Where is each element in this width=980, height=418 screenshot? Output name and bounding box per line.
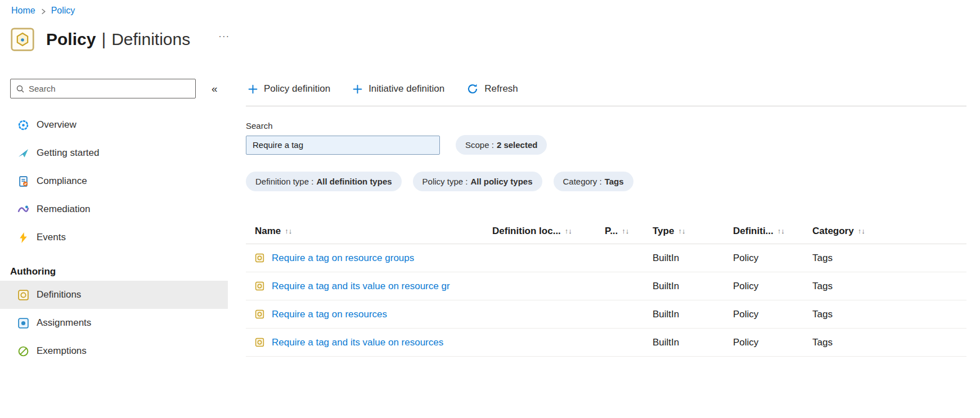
category-filter-pill[interactable]: Category : Tags xyxy=(554,172,633,191)
column-header-name[interactable]: Name ↑↓ xyxy=(246,226,492,237)
category-pill-label: Category : xyxy=(563,177,602,186)
refresh-button[interactable]: Refresh xyxy=(465,83,520,95)
type-cell: BuiltIn xyxy=(653,337,733,348)
page-header: Policy | Definitions ··· xyxy=(10,27,980,52)
filter-row-2: Definition type : All definition types P… xyxy=(246,172,966,191)
sidebar-item-exemptions[interactable]: Exemptions xyxy=(0,337,228,365)
events-icon xyxy=(17,231,29,244)
column-header-policies[interactable]: P... ↑↓ xyxy=(605,226,653,237)
sidebar-item-getting-started[interactable]: Getting started xyxy=(0,139,228,167)
more-menu-button[interactable]: ··· xyxy=(215,30,233,43)
policy-definition-label: Policy definition xyxy=(264,83,330,95)
sidebar-item-overview[interactable]: Overview xyxy=(0,111,228,139)
table-row: Require a tag and its value on resources… xyxy=(246,329,966,357)
refresh-icon xyxy=(467,83,478,95)
column-label: P... xyxy=(605,226,618,237)
definition-type-cell: Policy xyxy=(733,281,812,292)
sidebar-item-compliance[interactable]: Compliance xyxy=(0,167,228,195)
sort-icon: ↑↓ xyxy=(622,227,629,235)
search-icon xyxy=(16,84,25,93)
assignments-icon xyxy=(17,317,29,329)
getting-started-icon xyxy=(17,147,29,159)
breadcrumb-chevron-icon xyxy=(41,8,46,15)
scope-pill-value: 2 selected xyxy=(497,140,538,150)
sidebar-search-row: « xyxy=(0,79,228,98)
policy-row-icon xyxy=(255,281,264,291)
name-cell: Require a tag and its value on resource … xyxy=(246,281,492,292)
sidebar-item-definitions[interactable]: Definitions xyxy=(0,281,228,309)
page-title: Policy | Definitions xyxy=(46,30,190,49)
plus-icon xyxy=(353,84,362,94)
type-cell: BuiltIn xyxy=(653,253,733,264)
column-header-definition-type[interactable]: Definiti... ↑↓ xyxy=(733,226,812,237)
column-header-type[interactable]: Type ↑↓ xyxy=(653,226,733,237)
sidebar-item-label: Remediation xyxy=(37,204,90,215)
column-label: Category xyxy=(812,226,854,237)
sidebar-item-label: Events xyxy=(37,232,66,243)
table-header-row: Name ↑↓ Definition loc... ↑↓ P... ↑↓ Typ… xyxy=(246,218,966,244)
column-label: Definiti... xyxy=(733,226,774,237)
definition-link[interactable]: Require a tag on resource groups xyxy=(272,253,414,264)
type-cell: BuiltIn xyxy=(653,281,733,292)
filter-row-1: Scope : 2 selected xyxy=(246,135,966,155)
definitions-icon xyxy=(17,289,29,301)
column-header-category[interactable]: Category ↑↓ xyxy=(812,226,966,237)
column-label: Definition loc... xyxy=(492,226,561,237)
column-label: Type xyxy=(653,226,674,237)
search-label: Search xyxy=(246,121,966,131)
refresh-label: Refresh xyxy=(484,83,518,95)
breadcrumb-home-link[interactable]: Home xyxy=(11,6,35,16)
content-area: « Overview Getting started xyxy=(0,79,980,365)
page-title-definitions: Definitions xyxy=(111,30,190,49)
sidebar-item-remediation[interactable]: Remediation xyxy=(0,195,228,223)
sidebar-item-label: Getting started xyxy=(37,147,100,159)
scope-filter-pill[interactable]: Scope : 2 selected xyxy=(456,135,547,155)
definition-link[interactable]: Require a tag and its value on resource … xyxy=(272,281,450,292)
sidebar: « Overview Getting started xyxy=(0,79,228,365)
definition-type-pill-value: All definition types xyxy=(316,177,392,186)
definition-type-filter-pill[interactable]: Definition type : All definition types xyxy=(246,172,402,191)
sort-icon: ↑↓ xyxy=(285,227,292,235)
policy-row-icon xyxy=(255,309,264,319)
sidebar-collapse-button[interactable]: « xyxy=(208,82,221,96)
sidebar-item-label: Assignments xyxy=(37,317,91,329)
sidebar-item-assignments[interactable]: Assignments xyxy=(0,309,228,337)
command-bar: Policy definition Initiative definition … xyxy=(246,79,966,99)
column-header-definition-location[interactable]: Definition loc... ↑↓ xyxy=(492,226,605,237)
toolbar-divider xyxy=(246,106,966,106)
scope-pill-label: Scope : xyxy=(465,140,494,150)
exemptions-icon xyxy=(17,345,29,357)
sidebar-nav: Overview Getting started Compliance xyxy=(0,111,228,365)
name-cell: Require a tag on resource groups xyxy=(246,253,492,264)
sidebar-item-events[interactable]: Events xyxy=(0,223,228,251)
table-row: Require a tag on resources BuiltIn Polic… xyxy=(246,300,966,329)
policy-type-pill-value: All policy types xyxy=(470,177,532,186)
sidebar-search-box[interactable] xyxy=(10,79,196,98)
compliance-icon xyxy=(17,175,29,187)
type-cell: BuiltIn xyxy=(653,309,733,320)
category-cell: Tags xyxy=(812,309,966,320)
policy-type-filter-pill[interactable]: Policy type : All policy types xyxy=(413,172,542,191)
sidebar-search-input[interactable] xyxy=(25,84,195,93)
policy-row-icon xyxy=(255,253,264,263)
policy-definition-button[interactable]: Policy definition xyxy=(246,83,332,95)
sidebar-item-label: Exemptions xyxy=(37,345,87,357)
definition-link[interactable]: Require a tag and its value on resources xyxy=(272,337,443,348)
definition-link[interactable]: Require a tag on resources xyxy=(272,309,387,320)
column-label: Name xyxy=(255,226,281,237)
page-title-policy: Policy xyxy=(46,30,96,49)
plus-icon xyxy=(248,84,258,94)
main-panel: Policy definition Initiative definition … xyxy=(228,79,980,365)
initiative-definition-button[interactable]: Initiative definition xyxy=(350,83,447,95)
sort-icon: ↑↓ xyxy=(565,227,572,235)
sort-icon: ↑↓ xyxy=(678,227,685,235)
breadcrumb-policy-link[interactable]: Policy xyxy=(51,6,75,16)
remediation-icon xyxy=(17,203,29,215)
name-cell: Require a tag on resources xyxy=(246,309,492,320)
definition-type-cell: Policy xyxy=(733,253,812,264)
sort-icon: ↑↓ xyxy=(777,227,785,235)
category-pill-value: Tags xyxy=(605,177,624,186)
definition-search-input[interactable] xyxy=(246,136,440,155)
sidebar-item-label: Definitions xyxy=(37,289,81,300)
policy-definitions-page: Home Policy Policy | Definitions ··· xyxy=(0,0,980,365)
